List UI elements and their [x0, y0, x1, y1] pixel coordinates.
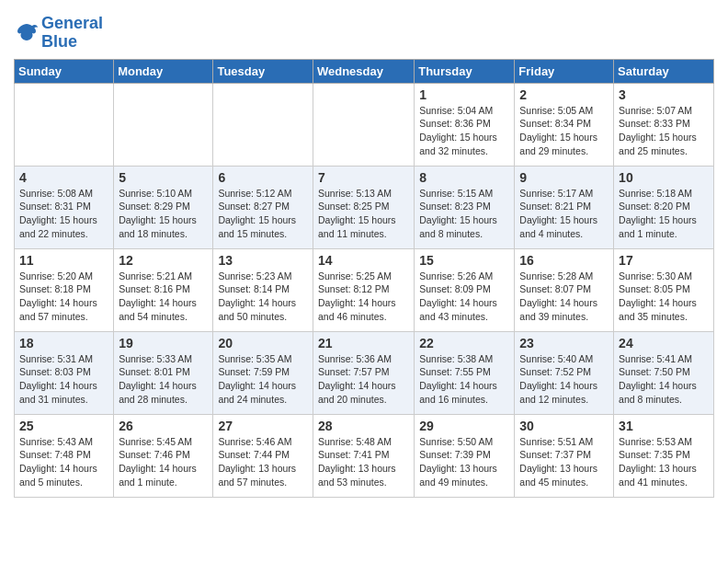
day-header-saturday: Saturday [614, 59, 714, 83]
day-cell-21: 21Sunrise: 5:36 AM Sunset: 7:57 PM Dayli… [313, 331, 414, 414]
day-cell-3: 3Sunrise: 5:07 AM Sunset: 8:33 PM Daylig… [614, 83, 714, 166]
day-info: Sunrise: 5:31 AM Sunset: 8:03 PM Dayligh… [19, 352, 108, 407]
day-info: Sunrise: 5:08 AM Sunset: 8:31 PM Dayligh… [19, 187, 108, 241]
day-number: 24 [619, 336, 709, 350]
day-number: 31 [619, 419, 709, 433]
day-cell-18: 18Sunrise: 5:31 AM Sunset: 8:03 PM Dayli… [15, 331, 114, 414]
day-cell-14: 14Sunrise: 5:25 AM Sunset: 8:12 PM Dayli… [313, 248, 414, 331]
week-row-2: 4Sunrise: 5:08 AM Sunset: 8:31 PM Daylig… [15, 166, 714, 248]
day-cell-11: 11Sunrise: 5:20 AM Sunset: 8:18 PM Dayli… [15, 248, 114, 331]
day-cell-13: 13Sunrise: 5:23 AM Sunset: 8:14 PM Dayli… [213, 248, 313, 331]
day-number: 11 [19, 253, 108, 268]
day-number: 4 [19, 170, 108, 185]
day-number: 20 [218, 336, 308, 350]
day-info: Sunrise: 5:53 AM Sunset: 7:35 PM Dayligh… [619, 435, 709, 489]
day-info: Sunrise: 5:45 AM Sunset: 7:46 PM Dayligh… [119, 435, 208, 489]
logo-text: General [41, 15, 103, 33]
day-info: Sunrise: 5:20 AM Sunset: 8:18 PM Dayligh… [19, 270, 108, 324]
day-cell-12: 12Sunrise: 5:21 AM Sunset: 8:16 PM Dayli… [114, 248, 213, 331]
day-header-wednesday: Wednesday [313, 59, 414, 83]
day-info: Sunrise: 5:10 AM Sunset: 8:29 PM Dayligh… [119, 187, 208, 241]
day-info: Sunrise: 5:48 AM Sunset: 7:41 PM Dayligh… [318, 435, 409, 489]
day-number: 2 [519, 87, 609, 102]
day-number: 16 [519, 253, 609, 268]
week-row-3: 11Sunrise: 5:20 AM Sunset: 8:18 PM Dayli… [15, 248, 714, 331]
day-cell-29: 29Sunrise: 5:50 AM Sunset: 7:39 PM Dayli… [415, 414, 515, 497]
day-cell-6: 6Sunrise: 5:12 AM Sunset: 8:27 PM Daylig… [213, 166, 313, 248]
day-cell-26: 26Sunrise: 5:45 AM Sunset: 7:46 PM Dayli… [114, 414, 213, 497]
day-number: 8 [419, 170, 509, 185]
day-number: 5 [119, 170, 208, 185]
day-info: Sunrise: 5:28 AM Sunset: 8:07 PM Dayligh… [519, 270, 609, 324]
page: General Blue SundayMondayTuesdayWednesda… [0, 0, 728, 507]
day-number: 15 [419, 253, 509, 268]
day-number: 3 [619, 87, 709, 102]
day-cell-22: 22Sunrise: 5:38 AM Sunset: 7:55 PM Dayli… [415, 331, 515, 414]
day-cell-20: 20Sunrise: 5:35 AM Sunset: 7:59 PM Dayli… [213, 331, 313, 414]
day-number: 17 [619, 253, 709, 268]
day-cell-28: 28Sunrise: 5:48 AM Sunset: 7:41 PM Dayli… [313, 414, 414, 497]
day-header-tuesday: Tuesday [213, 59, 313, 83]
empty-cell [313, 83, 414, 166]
day-number: 23 [519, 336, 609, 350]
day-number: 14 [318, 253, 409, 268]
empty-cell [114, 83, 213, 166]
day-info: Sunrise: 5:05 AM Sunset: 8:34 PM Dayligh… [519, 104, 609, 158]
day-info: Sunrise: 5:13 AM Sunset: 8:25 PM Dayligh… [318, 187, 409, 241]
day-cell-1: 1Sunrise: 5:04 AM Sunset: 8:36 PM Daylig… [415, 83, 515, 166]
day-number: 13 [218, 253, 308, 268]
day-info: Sunrise: 5:04 AM Sunset: 8:36 PM Dayligh… [419, 104, 509, 158]
day-cell-5: 5Sunrise: 5:10 AM Sunset: 8:29 PM Daylig… [114, 166, 213, 248]
day-number: 7 [318, 170, 409, 185]
day-cell-24: 24Sunrise: 5:41 AM Sunset: 7:50 PM Dayli… [614, 331, 714, 414]
day-cell-27: 27Sunrise: 5:46 AM Sunset: 7:44 PM Dayli… [213, 414, 313, 497]
day-info: Sunrise: 5:26 AM Sunset: 8:09 PM Dayligh… [419, 270, 509, 324]
day-info: Sunrise: 5:21 AM Sunset: 8:16 PM Dayligh… [119, 270, 208, 324]
week-row-4: 18Sunrise: 5:31 AM Sunset: 8:03 PM Dayli… [15, 331, 714, 414]
day-info: Sunrise: 5:41 AM Sunset: 7:50 PM Dayligh… [619, 352, 709, 407]
day-info: Sunrise: 5:43 AM Sunset: 7:48 PM Dayligh… [19, 435, 108, 489]
day-info: Sunrise: 5:40 AM Sunset: 7:52 PM Dayligh… [519, 352, 609, 407]
day-info: Sunrise: 5:15 AM Sunset: 8:23 PM Dayligh… [419, 187, 509, 241]
day-number: 27 [218, 419, 308, 433]
empty-cell [15, 83, 114, 166]
day-cell-2: 2Sunrise: 5:05 AM Sunset: 8:34 PM Daylig… [515, 83, 614, 166]
day-info: Sunrise: 5:23 AM Sunset: 8:14 PM Dayligh… [218, 270, 308, 324]
day-info: Sunrise: 5:30 AM Sunset: 8:05 PM Dayligh… [619, 270, 709, 324]
day-info: Sunrise: 5:25 AM Sunset: 8:12 PM Dayligh… [318, 270, 409, 324]
day-cell-16: 16Sunrise: 5:28 AM Sunset: 8:07 PM Dayli… [515, 248, 614, 331]
day-number: 26 [119, 419, 208, 433]
day-number: 29 [419, 419, 509, 433]
day-info: Sunrise: 5:38 AM Sunset: 7:55 PM Dayligh… [419, 352, 509, 407]
empty-cell [213, 83, 313, 166]
day-number: 22 [419, 336, 509, 350]
day-number: 25 [19, 419, 108, 433]
day-info: Sunrise: 5:50 AM Sunset: 7:39 PM Dayligh… [419, 435, 509, 489]
day-info: Sunrise: 5:46 AM Sunset: 7:44 PM Dayligh… [218, 435, 308, 489]
day-number: 12 [119, 253, 208, 268]
logo-icon [14, 20, 40, 46]
day-header-friday: Friday [515, 59, 614, 83]
day-info: Sunrise: 5:51 AM Sunset: 7:37 PM Dayligh… [519, 435, 609, 489]
day-cell-17: 17Sunrise: 5:30 AM Sunset: 8:05 PM Dayli… [614, 248, 714, 331]
day-cell-30: 30Sunrise: 5:51 AM Sunset: 7:37 PM Dayli… [515, 414, 614, 497]
day-info: Sunrise: 5:36 AM Sunset: 7:57 PM Dayligh… [318, 352, 409, 407]
day-cell-19: 19Sunrise: 5:33 AM Sunset: 8:01 PM Dayli… [114, 331, 213, 414]
day-number: 19 [119, 336, 208, 350]
week-row-5: 25Sunrise: 5:43 AM Sunset: 7:48 PM Dayli… [15, 414, 714, 497]
day-number: 30 [519, 419, 609, 433]
day-cell-23: 23Sunrise: 5:40 AM Sunset: 7:52 PM Dayli… [515, 331, 614, 414]
day-info: Sunrise: 5:18 AM Sunset: 8:20 PM Dayligh… [619, 187, 709, 241]
calendar-header-row: SundayMondayTuesdayWednesdayThursdayFrid… [15, 59, 714, 83]
day-cell-31: 31Sunrise: 5:53 AM Sunset: 7:35 PM Dayli… [614, 414, 714, 497]
day-cell-7: 7Sunrise: 5:13 AM Sunset: 8:25 PM Daylig… [313, 166, 414, 248]
day-number: 21 [318, 336, 409, 350]
day-number: 28 [318, 419, 409, 433]
day-number: 10 [619, 170, 709, 185]
day-cell-10: 10Sunrise: 5:18 AM Sunset: 8:20 PM Dayli… [614, 166, 714, 248]
day-cell-9: 9Sunrise: 5:17 AM Sunset: 8:21 PM Daylig… [515, 166, 614, 248]
calendar-table: SundayMondayTuesdayWednesdayThursdayFrid… [14, 59, 714, 498]
day-info: Sunrise: 5:35 AM Sunset: 7:59 PM Dayligh… [218, 352, 308, 407]
week-row-1: 1Sunrise: 5:04 AM Sunset: 8:36 PM Daylig… [15, 83, 714, 166]
day-header-thursday: Thursday [415, 59, 515, 83]
